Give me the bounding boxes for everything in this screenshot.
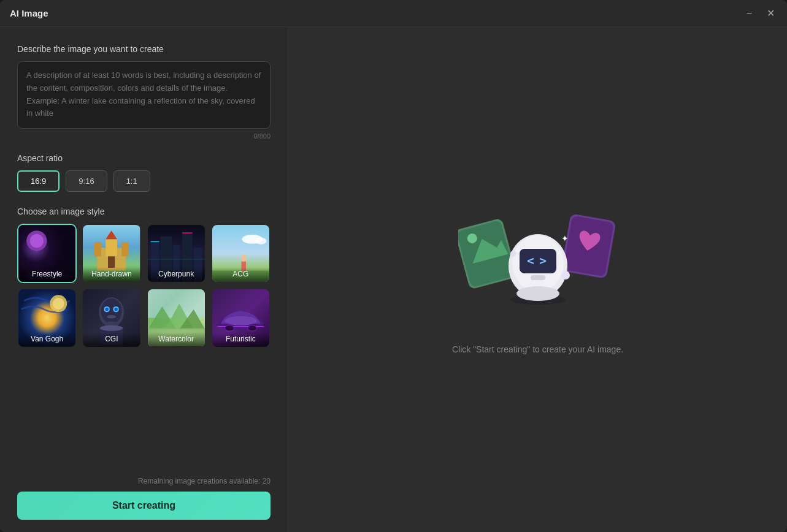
aspect-btn-1-1[interactable]: 1:1 — [113, 170, 150, 192]
aspect-label: Aspect ratio — [17, 153, 271, 163]
style-item-watercolor[interactable]: Watercolor — [147, 288, 206, 348]
description-input[interactable] — [26, 69, 261, 118]
svg-text:✦: ✦ — [561, 234, 569, 243]
describe-label: Describe the image you want to create — [17, 44, 271, 54]
svg-text:>: > — [539, 253, 547, 268]
style-item-cgi[interactable]: CGI — [82, 288, 141, 348]
style-label-cyberpunk: Cyberpunk — [148, 267, 205, 282]
svg-point-32 — [101, 298, 122, 324]
remaining-text: Remaining image creations available: 20 — [17, 477, 271, 485]
aspect-ratio-section: Aspect ratio 16:9 9:16 1:1 — [17, 153, 271, 192]
svg-point-23 — [255, 238, 267, 245]
aspect-buttons: 16:9 9:16 1:1 — [17, 170, 271, 192]
style-grid: Freestyle — [17, 224, 271, 348]
svg-rect-9 — [106, 239, 118, 256]
close-button[interactable]: ✕ — [764, 7, 777, 20]
svg-point-51 — [225, 325, 234, 331]
svg-point-52 — [248, 325, 257, 331]
style-label-watercolor: Watercolor — [148, 332, 205, 347]
svg-point-40 — [100, 325, 123, 331]
svg-point-24 — [240, 254, 246, 261]
svg-text:<: < — [527, 253, 534, 268]
svg-point-49 — [225, 316, 256, 325]
style-item-acg[interactable]: ACG — [211, 224, 271, 283]
style-label-freestyle: Freestyle — [18, 267, 75, 282]
main-content: Describe the image you want to create 0/… — [0, 27, 787, 532]
svg-rect-7 — [94, 242, 101, 256]
style-item-futuristic[interactable]: Futuristic — [211, 288, 271, 348]
svg-point-67 — [510, 251, 516, 257]
svg-point-36 — [115, 308, 118, 311]
style-label-handdrawn: Hand-drawn — [83, 267, 140, 282]
style-label-acg: ACG — [212, 267, 269, 282]
svg-point-3 — [30, 234, 44, 248]
start-creating-button[interactable]: Start creating — [17, 492, 271, 520]
style-label-futuristic: Futuristic — [212, 332, 269, 347]
aspect-btn-16-9[interactable]: 16:9 — [17, 170, 60, 192]
svg-rect-8 — [122, 242, 129, 256]
description-wrapper — [17, 61, 271, 129]
robot-illustration: < > ✦ — [458, 205, 618, 327]
minimize-button[interactable]: − — [744, 7, 754, 20]
style-item-cyberpunk[interactable]: Cyberpunk — [147, 224, 206, 283]
style-item-freestyle[interactable]: Freestyle — [17, 224, 77, 283]
style-label-vangogh: Van Gogh — [18, 332, 75, 347]
svg-rect-19 — [150, 241, 159, 242]
titlebar-controls: − ✕ — [744, 7, 777, 20]
svg-point-37 — [107, 315, 116, 319]
right-panel: < > ✦ Click "Start creating" to create y… — [288, 27, 787, 532]
aspect-btn-9-16[interactable]: 9:16 — [66, 170, 107, 192]
app-window: AI Image − ✕ Describe the image you want… — [0, 0, 787, 532]
svg-rect-20 — [182, 232, 192, 234]
style-label: Choose an image style — [17, 207, 271, 216]
svg-rect-65 — [531, 275, 545, 280]
style-section: Choose an image style — [17, 207, 271, 348]
svg-point-29 — [53, 298, 64, 310]
svg-rect-62 — [520, 249, 556, 273]
left-panel: Describe the image you want to create 0/… — [0, 27, 288, 532]
svg-point-35 — [106, 308, 109, 311]
svg-point-68 — [561, 271, 570, 279]
svg-point-69 — [516, 286, 559, 301]
titlebar: AI Image − ✕ — [0, 0, 787, 27]
svg-rect-11 — [108, 256, 115, 268]
window-title: AI Image — [10, 8, 744, 18]
hint-text: Click "Start creating" to create your AI… — [452, 344, 623, 354]
style-item-vangogh[interactable]: Van Gogh — [17, 288, 77, 348]
style-item-handdrawn[interactable]: Hand-drawn — [82, 224, 141, 283]
char-count: 0/800 — [17, 132, 271, 140]
style-label-cgi: CGI — [83, 332, 140, 347]
